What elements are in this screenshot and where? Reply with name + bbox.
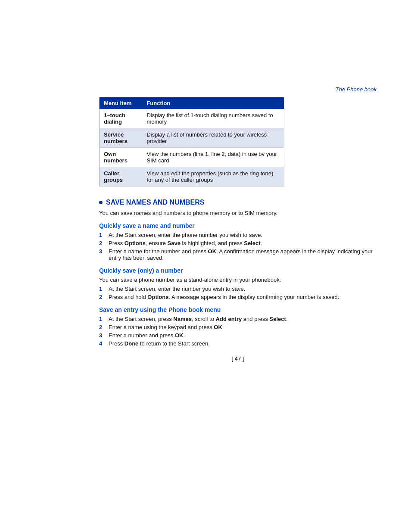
- subsection-1: Quickly save (only) a numberYou can save…: [99, 267, 377, 300]
- list-item: 3Enter a number and press OK.: [99, 332, 377, 339]
- numbered-list-2: 1At the Start screen, press Names, scrol…: [99, 316, 377, 347]
- numbered-list-0: 1At the Start screen, enter the phone nu…: [99, 232, 377, 261]
- table-row: Caller groupsView and edit the propertie…: [100, 167, 284, 187]
- bullet-icon: [99, 201, 103, 204]
- subsection-desc-1: You can save a phone number as a stand-a…: [99, 277, 377, 283]
- list-text: Press Options, ensure Save is highlighte…: [109, 240, 377, 246]
- list-num: 1: [99, 316, 105, 322]
- list-item: 4Press Done to return to the Start scree…: [99, 340, 377, 347]
- section-intro: You can save names and numbers to phone …: [99, 210, 377, 216]
- table-body: 1–touchdialingDisplay the list of 1-touc…: [100, 109, 284, 187]
- table-row: 1–touchdialingDisplay the list of 1-touc…: [100, 109, 284, 128]
- list-num: 1: [99, 232, 105, 238]
- table-cell-menu: 1–touchdialing: [100, 109, 143, 128]
- list-text: At the Start screen, press Names, scroll…: [109, 316, 377, 322]
- list-num: 2: [99, 294, 105, 300]
- list-num: 4: [99, 340, 105, 347]
- table-row: ServicenumbersDisplay a list of numbers …: [100, 128, 284, 148]
- list-text: At the Start screen, enter the number yo…: [109, 286, 377, 292]
- list-num: 1: [99, 286, 105, 292]
- list-num: 2: [99, 240, 105, 246]
- subsections-container: Quickly save a name and number1At the St…: [99, 222, 377, 347]
- list-item: 1At the Start screen, enter the number y…: [99, 286, 377, 292]
- table-cell-function: View and edit the properties (such as th…: [142, 167, 284, 187]
- table-cell-menu: Own numbers: [100, 148, 143, 167]
- numbered-list-1: 1At the Start screen, enter the number y…: [99, 286, 377, 300]
- col-header-menu: Menu item: [100, 97, 143, 109]
- col-header-function: Function: [142, 97, 284, 109]
- list-item: 2Enter a name using the keypad and press…: [99, 324, 377, 330]
- list-text: Press Done to return to the Start screen…: [109, 340, 377, 347]
- table-cell-function: Display a list of numbers related to you…: [142, 128, 284, 148]
- phone-book-header: The Phone book: [99, 86, 377, 93]
- table-cell-function: View the numbers (line 1, line 2, data) …: [142, 148, 284, 167]
- page-number: [ 47 ]: [99, 355, 377, 362]
- subsection-heading-0: Quickly save a name and number: [99, 222, 377, 229]
- page-container: The Phone book Menu item Function 1–touc…: [0, 0, 411, 532]
- list-num: 3: [99, 248, 105, 261]
- list-num: 2: [99, 324, 105, 330]
- list-item: 3Enter a name for the number and press O…: [99, 248, 377, 261]
- list-item: 1At the Start screen, press Names, scrol…: [99, 316, 377, 322]
- subsection-2: Save an entry using the Phone book menu1…: [99, 306, 377, 347]
- table-header-row: Menu item Function: [100, 97, 284, 109]
- list-text: At the Start screen, enter the phone num…: [109, 232, 377, 238]
- list-item: 2Press and hold Options. A message appea…: [99, 294, 377, 300]
- subsection-heading-2: Save an entry using the Phone book menu: [99, 306, 377, 313]
- list-num: 3: [99, 332, 105, 339]
- table-row: Own numbersView the numbers (line 1, lin…: [100, 148, 284, 167]
- subsection-0: Quickly save a name and number1At the St…: [99, 222, 377, 261]
- main-section-heading: SAVE NAMES AND NUMBERS: [99, 199, 377, 206]
- main-section: SAVE NAMES AND NUMBERS You can save name…: [99, 199, 377, 347]
- list-item: 2Press Options, ensure Save is highlight…: [99, 240, 377, 246]
- menu-table-container: Menu item Function 1–touchdialingDisplay…: [99, 97, 284, 187]
- table-cell-menu: Caller groups: [100, 167, 143, 187]
- menu-table: Menu item Function 1–touchdialingDisplay…: [99, 97, 284, 187]
- list-text: Press and hold Options. A message appear…: [109, 294, 377, 300]
- table-cell-menu: Servicenumbers: [100, 128, 143, 148]
- subsection-heading-1: Quickly save (only) a number: [99, 267, 377, 274]
- list-text: Enter a name using the keypad and press …: [109, 324, 377, 330]
- list-text: Enter a number and press OK.: [109, 332, 377, 339]
- table-cell-function: Display the list of 1-touch dialing numb…: [142, 109, 284, 128]
- list-item: 1At the Start screen, enter the phone nu…: [99, 232, 377, 238]
- list-text: Enter a name for the number and press OK…: [109, 248, 377, 261]
